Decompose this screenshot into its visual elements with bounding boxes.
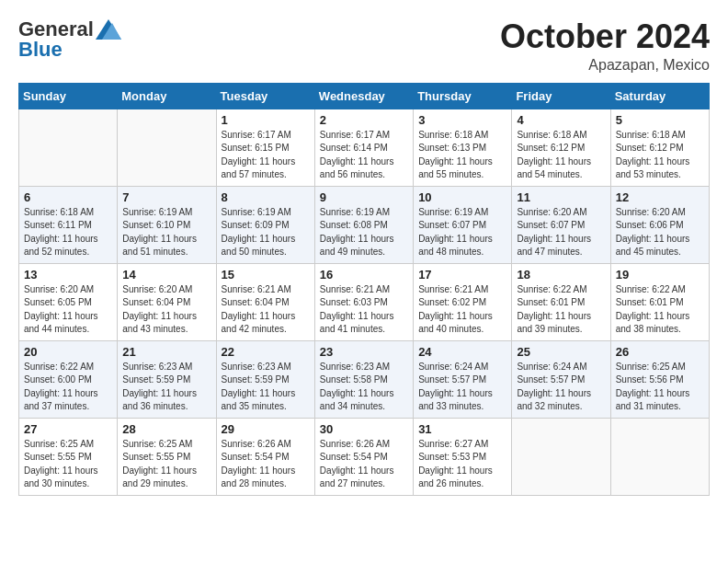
weekday-header: Friday: [512, 83, 610, 109]
day-info: Sunrise: 6:22 AMSunset: 6:01 PMDaylight:…: [616, 283, 704, 337]
weekday-header: Saturday: [610, 83, 709, 109]
calendar-cell: 15Sunrise: 6:21 AMSunset: 6:04 PMDayligh…: [216, 263, 314, 340]
calendar-cell: 4Sunrise: 6:18 AMSunset: 6:12 PMDaylight…: [512, 109, 610, 186]
day-info: Sunrise: 6:25 AMSunset: 5:56 PMDaylight:…: [616, 361, 704, 414]
calendar-cell: 9Sunrise: 6:19 AMSunset: 6:08 PMDaylight…: [314, 186, 413, 263]
day-info: Sunrise: 6:21 AMSunset: 6:04 PMDaylight:…: [222, 283, 310, 337]
day-number: 20: [24, 345, 112, 359]
day-number: 15: [222, 268, 310, 282]
calendar-cell: 24Sunrise: 6:24 AMSunset: 5:57 PMDayligh…: [414, 340, 512, 418]
day-info: Sunrise: 6:19 AMSunset: 6:09 PMDaylight:…: [222, 206, 310, 259]
logo-blue: Blue: [18, 39, 121, 61]
calendar-cell: 19Sunrise: 6:22 AMSunset: 6:01 PMDayligh…: [610, 263, 709, 340]
calendar-cell: 12Sunrise: 6:20 AMSunset: 6:06 PMDayligh…: [610, 186, 709, 263]
calendar-cell: 21Sunrise: 6:23 AMSunset: 5:59 PMDayligh…: [118, 340, 216, 418]
day-number: 7: [122, 190, 210, 204]
day-info: Sunrise: 6:17 AMSunset: 6:15 PMDaylight:…: [222, 129, 310, 182]
day-info: Sunrise: 6:19 AMSunset: 6:07 PMDaylight:…: [418, 206, 506, 259]
day-number: 5: [616, 113, 704, 127]
calendar-cell: 11Sunrise: 6:20 AMSunset: 6:07 PMDayligh…: [512, 186, 610, 263]
day-info: Sunrise: 6:22 AMSunset: 6:00 PMDaylight:…: [24, 361, 112, 414]
day-number: 4: [517, 113, 605, 127]
day-number: 2: [320, 113, 408, 127]
day-info: Sunrise: 6:18 AMSunset: 6:12 PMDaylight:…: [616, 129, 704, 182]
calendar-cell: 3Sunrise: 6:18 AMSunset: 6:13 PMDaylight…: [414, 109, 512, 186]
day-number: 30: [320, 422, 408, 436]
day-number: 6: [24, 190, 112, 204]
day-number: 23: [320, 345, 408, 359]
day-info: Sunrise: 6:18 AMSunset: 6:13 PMDaylight:…: [418, 129, 506, 182]
day-number: 28: [122, 422, 210, 436]
calendar-cell: 17Sunrise: 6:21 AMSunset: 6:02 PMDayligh…: [414, 263, 512, 340]
calendar-cell: [19, 109, 118, 186]
day-number: 9: [320, 190, 408, 204]
day-number: 13: [24, 268, 112, 282]
day-number: 27: [24, 422, 112, 436]
calendar-week-row: 20Sunrise: 6:22 AMSunset: 6:00 PMDayligh…: [19, 340, 710, 418]
day-info: Sunrise: 6:20 AMSunset: 6:06 PMDaylight:…: [616, 206, 704, 259]
calendar-cell: 16Sunrise: 6:21 AMSunset: 6:03 PMDayligh…: [314, 263, 413, 340]
calendar-cell: 23Sunrise: 6:23 AMSunset: 5:58 PMDayligh…: [314, 340, 413, 418]
day-number: 31: [418, 422, 506, 436]
weekday-header: Thursday: [414, 83, 512, 109]
calendar-cell: 14Sunrise: 6:20 AMSunset: 6:04 PMDayligh…: [118, 263, 216, 340]
calendar-week-row: 1Sunrise: 6:17 AMSunset: 6:15 PMDaylight…: [19, 109, 710, 186]
day-info: Sunrise: 6:25 AMSunset: 5:55 PMDaylight:…: [24, 438, 112, 491]
day-number: 14: [122, 268, 210, 282]
day-info: Sunrise: 6:23 AMSunset: 5:58 PMDaylight:…: [320, 361, 408, 414]
calendar-cell: 26Sunrise: 6:25 AMSunset: 5:56 PMDayligh…: [610, 340, 709, 418]
calendar-cell: 6Sunrise: 6:18 AMSunset: 6:11 PMDaylight…: [19, 186, 118, 263]
day-number: 24: [418, 345, 506, 359]
calendar-cell: 27Sunrise: 6:25 AMSunset: 5:55 PMDayligh…: [19, 418, 118, 495]
day-number: 25: [517, 345, 605, 359]
calendar-cell: 2Sunrise: 6:17 AMSunset: 6:14 PMDaylight…: [314, 109, 413, 186]
day-number: 22: [222, 345, 310, 359]
logo-icon: [96, 19, 121, 40]
day-number: 16: [320, 268, 408, 282]
title-block: October 2024 Apazapan, Mexico: [500, 18, 710, 74]
calendar-cell: 25Sunrise: 6:24 AMSunset: 5:57 PMDayligh…: [512, 340, 610, 418]
day-info: Sunrise: 6:25 AMSunset: 5:55 PMDaylight:…: [122, 438, 210, 491]
day-number: 11: [517, 190, 605, 204]
day-number: 3: [418, 113, 506, 127]
day-info: Sunrise: 6:19 AMSunset: 6:10 PMDaylight:…: [122, 206, 210, 259]
weekday-header: Tuesday: [216, 83, 314, 109]
day-info: Sunrise: 6:26 AMSunset: 5:54 PMDaylight:…: [320, 438, 408, 491]
day-number: 8: [222, 190, 310, 204]
month-title: October 2024: [500, 18, 710, 55]
day-number: 17: [418, 268, 506, 282]
day-info: Sunrise: 6:20 AMSunset: 6:07 PMDaylight:…: [517, 206, 605, 259]
day-info: Sunrise: 6:27 AMSunset: 5:53 PMDaylight:…: [418, 438, 506, 491]
calendar-week-row: 13Sunrise: 6:20 AMSunset: 6:05 PMDayligh…: [19, 263, 710, 340]
calendar-cell: 10Sunrise: 6:19 AMSunset: 6:07 PMDayligh…: [414, 186, 512, 263]
calendar-cell: 22Sunrise: 6:23 AMSunset: 5:59 PMDayligh…: [216, 340, 314, 418]
page-header: General Blue October 2024 Apazapan, Mexi…: [18, 18, 710, 74]
day-info: Sunrise: 6:18 AMSunset: 6:12 PMDaylight:…: [517, 129, 605, 182]
calendar-cell: [118, 109, 216, 186]
weekday-header: Sunday: [19, 83, 118, 109]
day-info: Sunrise: 6:18 AMSunset: 6:11 PMDaylight:…: [24, 206, 112, 259]
calendar-week-row: 6Sunrise: 6:18 AMSunset: 6:11 PMDaylight…: [19, 186, 710, 263]
calendar-cell: [512, 418, 610, 495]
day-info: Sunrise: 6:26 AMSunset: 5:54 PMDaylight:…: [222, 438, 310, 491]
day-number: 29: [222, 422, 310, 436]
calendar-cell: [610, 418, 709, 495]
day-number: 18: [517, 268, 605, 282]
calendar-cell: 28Sunrise: 6:25 AMSunset: 5:55 PMDayligh…: [118, 418, 216, 495]
calendar-cell: 30Sunrise: 6:26 AMSunset: 5:54 PMDayligh…: [314, 418, 413, 495]
day-info: Sunrise: 6:21 AMSunset: 6:03 PMDaylight:…: [320, 283, 408, 337]
day-info: Sunrise: 6:17 AMSunset: 6:14 PMDaylight:…: [320, 129, 408, 182]
day-number: 21: [122, 345, 210, 359]
calendar-cell: 20Sunrise: 6:22 AMSunset: 6:00 PMDayligh…: [19, 340, 118, 418]
calendar-cell: 18Sunrise: 6:22 AMSunset: 6:01 PMDayligh…: [512, 263, 610, 340]
location: Apazapan, Mexico: [500, 57, 710, 74]
day-info: Sunrise: 6:22 AMSunset: 6:01 PMDaylight:…: [517, 283, 605, 337]
calendar-cell: 8Sunrise: 6:19 AMSunset: 6:09 PMDaylight…: [216, 186, 314, 263]
logo: General Blue: [18, 18, 121, 61]
day-info: Sunrise: 6:24 AMSunset: 5:57 PMDaylight:…: [418, 361, 506, 414]
calendar-week-row: 27Sunrise: 6:25 AMSunset: 5:55 PMDayligh…: [19, 418, 710, 495]
calendar-cell: 31Sunrise: 6:27 AMSunset: 5:53 PMDayligh…: [414, 418, 512, 495]
calendar-cell: 29Sunrise: 6:26 AMSunset: 5:54 PMDayligh…: [216, 418, 314, 495]
day-info: Sunrise: 6:23 AMSunset: 5:59 PMDaylight:…: [222, 361, 310, 414]
day-number: 1: [222, 113, 310, 127]
